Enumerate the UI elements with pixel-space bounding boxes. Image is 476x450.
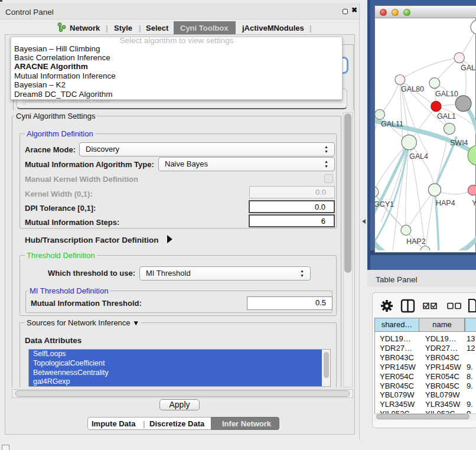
svg-text:GCY1: GCY1 xyxy=(375,200,394,208)
svg-text:GAL4: GAL4 xyxy=(409,152,428,161)
svg-text:GAL10: GAL10 xyxy=(435,90,458,98)
svg-text:GAL80: GAL80 xyxy=(401,85,424,93)
svg-text:HAP2: HAP2 xyxy=(406,237,426,246)
svg-text:SWI4: SWI4 xyxy=(450,139,468,147)
svg-text:HAP4: HAP4 xyxy=(436,199,455,207)
svg-text:Y: Y xyxy=(472,199,476,207)
svg-text:GAL11: GAL11 xyxy=(381,120,403,128)
svg-text:GAL2: GAL2 xyxy=(461,64,476,72)
svg-text:GAL1: GAL1 xyxy=(437,112,456,120)
